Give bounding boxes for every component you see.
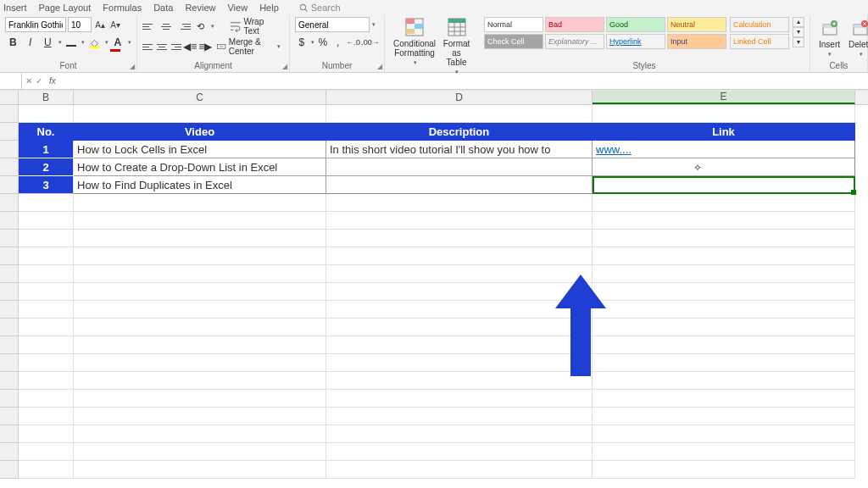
table-cell-link[interactable]: www....: [593, 141, 855, 158]
cell[interactable]: [593, 230, 855, 247]
cell[interactable]: [593, 390, 855, 408]
table-header-description[interactable]: Description: [326, 123, 593, 141]
increase-font-icon[interactable]: A▴: [93, 17, 107, 32]
cell[interactable]: [19, 265, 74, 283]
align-center-icon[interactable]: [156, 40, 168, 53]
table-cell-video[interactable]: How to Create a Drop-Down List in Excel: [74, 158, 326, 176]
underline-button[interactable]: U: [40, 34, 56, 51]
style-linked-cell[interactable]: Linked Cell: [730, 34, 789, 49]
row-header[interactable]: [0, 354, 19, 372]
col-header-b[interactable]: B: [19, 91, 74, 104]
cell[interactable]: [593, 105, 855, 123]
cell[interactable]: [74, 301, 326, 319]
style-good[interactable]: Good: [606, 17, 665, 32]
increase-decimal-icon[interactable]: ←.0: [347, 34, 361, 51]
cell[interactable]: [326, 265, 593, 283]
table-cell-description[interactable]: [326, 176, 593, 194]
cell[interactable]: [19, 105, 74, 123]
cell[interactable]: [19, 212, 74, 230]
cell[interactable]: [593, 265, 855, 283]
cell[interactable]: [326, 425, 593, 443]
hyperlink[interactable]: www....: [596, 143, 632, 156]
cell[interactable]: [326, 319, 593, 336]
table-cell-no[interactable]: 3: [19, 176, 74, 194]
bold-button[interactable]: B: [5, 34, 21, 51]
cell[interactable]: [74, 283, 326, 301]
number-dialog-launcher-icon[interactable]: ◢: [377, 63, 382, 70]
row-header[interactable]: [0, 461, 19, 479]
worksheet-grid[interactable]: No. Video Description Link 1 How to Lock…: [0, 105, 868, 479]
fx-icon[interactable]: fx: [46, 76, 59, 86]
cell[interactable]: [326, 105, 593, 123]
decrease-indent-icon[interactable]: ◀≡: [183, 38, 197, 55]
row-header[interactable]: [0, 247, 19, 265]
format-as-table-button[interactable]: Format as Table ▾: [439, 17, 474, 75]
font-name-select[interactable]: [5, 17, 66, 32]
table-cell-video[interactable]: How to Find Duplicates in Excel: [74, 176, 326, 194]
delete-cells-button[interactable]: Delete▾: [845, 19, 868, 58]
cell[interactable]: [19, 425, 74, 443]
alignment-dialog-launcher-icon[interactable]: ◢: [282, 63, 287, 70]
cell[interactable]: [326, 247, 593, 265]
cell[interactable]: [74, 105, 326, 123]
cell[interactable]: [593, 425, 855, 443]
increase-indent-icon[interactable]: ≡▶: [198, 38, 212, 55]
table-cell-video[interactable]: How to Lock Cells in Excel: [74, 141, 326, 158]
row-header[interactable]: [0, 301, 19, 319]
style-check-cell[interactable]: Check Cell: [484, 34, 543, 49]
style-input[interactable]: Input: [667, 34, 726, 49]
cell[interactable]: [593, 319, 855, 336]
cell[interactable]: [74, 408, 326, 425]
cell[interactable]: [19, 390, 74, 408]
cell[interactable]: [74, 354, 326, 372]
table-cell-description[interactable]: In this short video tutorial I'll show y…: [326, 141, 593, 158]
cell[interactable]: [74, 194, 326, 212]
cell[interactable]: [326, 461, 593, 479]
cell[interactable]: [74, 461, 326, 479]
wrap-text-button[interactable]: Wrap Text: [226, 17, 284, 36]
table-cell-description[interactable]: [326, 158, 593, 176]
style-neutral[interactable]: Neutral: [667, 17, 726, 32]
cell[interactable]: [19, 336, 74, 354]
select-all-corner[interactable]: [0, 91, 19, 104]
row-header[interactable]: [0, 158, 19, 176]
row-header[interactable]: [0, 336, 19, 354]
cell[interactable]: [593, 461, 855, 479]
cell[interactable]: [19, 301, 74, 319]
border-icon[interactable]: [64, 34, 80, 51]
cell[interactable]: [326, 443, 593, 461]
enter-formula-icon[interactable]: ✓: [36, 76, 42, 86]
cell[interactable]: [19, 408, 74, 425]
align-right-icon[interactable]: [170, 40, 181, 53]
menu-data[interactable]: Data: [153, 3, 173, 13]
align-middle-icon[interactable]: [159, 19, 175, 33]
cell[interactable]: [74, 319, 326, 336]
cell[interactable]: [74, 230, 326, 247]
align-top-icon[interactable]: [142, 19, 158, 33]
cancel-formula-icon[interactable]: ✕: [25, 76, 32, 86]
cell[interactable]: [74, 443, 326, 461]
col-header-e[interactable]: E: [593, 91, 855, 104]
menu-page-layout[interactable]: Page Layout: [39, 3, 92, 13]
style-gallery-scroll[interactable]: ▴ ▾ ▾: [793, 17, 804, 47]
currency-icon[interactable]: $: [295, 34, 309, 51]
decrease-font-icon[interactable]: A▾: [108, 17, 122, 32]
style-bad[interactable]: Bad: [545, 17, 604, 32]
cell[interactable]: [19, 247, 74, 265]
menu-review[interactable]: Review: [185, 3, 215, 13]
style-scroll-down-icon[interactable]: ▾: [793, 27, 804, 37]
comma-icon[interactable]: ,: [331, 34, 345, 51]
cell[interactable]: [74, 336, 326, 354]
cell[interactable]: [593, 247, 855, 265]
table-cell-link[interactable]: [593, 176, 855, 194]
cell[interactable]: [19, 319, 74, 336]
col-header-c[interactable]: C: [74, 91, 326, 104]
search-icon[interactable]: Search: [299, 3, 341, 13]
cell[interactable]: [326, 194, 593, 212]
decrease-decimal-icon[interactable]: .00→: [362, 34, 379, 51]
cell[interactable]: [19, 372, 74, 390]
insert-cells-button[interactable]: Insert▾: [815, 19, 843, 58]
cell[interactable]: [593, 354, 855, 372]
menu-help[interactable]: Help: [259, 3, 279, 13]
row-header[interactable]: [0, 283, 19, 301]
